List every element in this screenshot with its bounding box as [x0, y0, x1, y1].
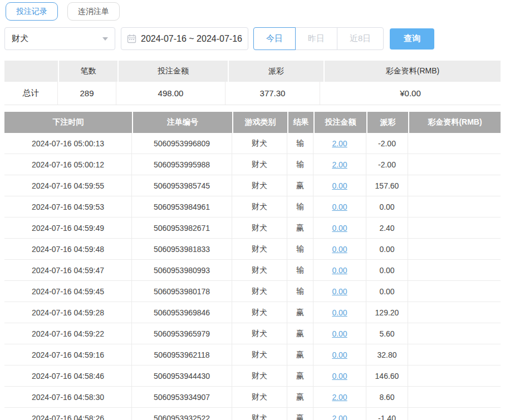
bet-amount-link[interactable]: 0.00	[332, 224, 347, 233]
bonus-cell	[408, 260, 501, 280]
bet-amount-cell: 0.00	[313, 260, 366, 280]
bonus-cell	[408, 323, 501, 344]
bet-amount-link[interactable]: 0.00	[332, 245, 347, 254]
order-number-cell: 5060953962118	[132, 344, 232, 365]
table-row: 2024-07-16 04:59:53 5060953984961 财犬 输 0…	[4, 196, 501, 218]
bet-amount-cell: 0.00	[313, 344, 366, 365]
yesterday-button-label: 昨日	[308, 33, 325, 43]
payout-cell: 146.60	[366, 365, 408, 386]
header-result: 结果	[288, 112, 313, 133]
table-row: 2024-07-16 04:58:30 5060953934907 财犬 赢 2…	[4, 387, 501, 408]
order-number-cell: 5060953969846	[132, 302, 232, 323]
last-8-days-button[interactable]: 近8日	[337, 27, 384, 50]
header-game-type: 游戏类别	[233, 112, 287, 133]
payout-cell: 8.60	[366, 387, 408, 407]
summary-header-count: 笔数	[59, 61, 117, 82]
payout-cell: 0.00	[366, 260, 408, 280]
bet-amount-link[interactable]: 2.00	[332, 414, 347, 420]
bet-amount-link[interactable]: 2.00	[332, 160, 347, 169]
order-number-cell: 5060953934907	[132, 387, 232, 407]
order-number-cell: 5060953932522	[132, 408, 232, 420]
result-cell: 赢	[287, 323, 313, 344]
table-row: 2024-07-16 05:00:13 5060953996809 财犬 输 2…	[4, 133, 501, 154]
bet-time-cell: 2024-07-16 04:59:28	[4, 302, 132, 323]
bonus-cell	[408, 239, 501, 259]
bet-amount-link[interactable]: 0.00	[332, 372, 347, 381]
header-bet-amount: 投注金额	[315, 112, 366, 133]
summary-total-label: 总计	[4, 82, 58, 105]
order-number-cell: 5060953965979	[132, 323, 232, 344]
bet-amount-link[interactable]: 0.00	[332, 287, 347, 296]
bet-records-table: 下注时间 注单编号 游戏类别 结果 投注金额 派彩 彩金资料(RMB) 2024…	[4, 112, 501, 420]
result-cell: 输	[287, 154, 313, 175]
payout-cell: 0.00	[366, 239, 408, 259]
bet-time-cell: 2024-07-16 04:59:22	[4, 323, 132, 344]
bet-amount-link[interactable]: 0.00	[332, 266, 347, 275]
bet-time-cell: 2024-07-16 05:00:13	[4, 133, 132, 154]
summary-total-bonus: ¥0.00	[320, 82, 501, 105]
order-number-cell: 5060953981833	[132, 239, 232, 259]
bet-amount-link[interactable]: 0.00	[332, 350, 347, 359]
summary-table: 笔数 投注金额 派彩 彩金资料(RMB) 总计 289 498.00 377.3…	[4, 61, 501, 105]
bonus-cell	[408, 133, 501, 154]
bet-amount-link[interactable]: 0.00	[332, 329, 347, 338]
game-type-cell: 财犬	[232, 365, 287, 386]
header-bet-time: 下注时间	[4, 112, 132, 133]
summary-total-row: 总计 289 498.00 377.30 ¥0.00	[4, 82, 501, 105]
game-type-cell: 财犬	[232, 344, 287, 365]
bonus-cell	[408, 365, 501, 386]
game-type-cell: 财犬	[232, 260, 287, 280]
bet-amount-link[interactable]: 0.00	[332, 308, 347, 317]
game-select[interactable]: 财犬	[4, 27, 115, 50]
result-cell: 赢	[287, 365, 313, 386]
yesterday-button[interactable]: 昨日	[295, 27, 337, 50]
bet-time-cell: 2024-07-16 04:59:53	[4, 196, 132, 217]
order-number-cell: 5060953944430	[132, 365, 232, 386]
bet-time-cell: 2024-07-16 04:59:45	[4, 281, 132, 302]
result-cell: 输	[287, 281, 313, 302]
bet-amount-link[interactable]: 2.00	[332, 139, 347, 148]
table-row: 2024-07-16 04:59:45 5060953980178 财犬 输 0…	[4, 281, 501, 302]
summary-header-row: 笔数 投注金额 派彩 彩金资料(RMB)	[4, 61, 501, 82]
bet-amount-cell: 0.00	[313, 196, 366, 217]
summary-header-bet-amount: 投注金额	[119, 61, 228, 82]
query-button[interactable]: 查询	[390, 28, 434, 50]
bet-amount-link[interactable]: 0.00	[332, 202, 347, 211]
payout-cell: 157.60	[366, 175, 408, 196]
bet-amount-link[interactable]: 2.00	[332, 393, 347, 402]
payout-cell: 0.00	[366, 196, 408, 217]
bonus-cell	[408, 196, 501, 217]
date-range-input[interactable]: 2024-07-16 ~ 2024-07-16	[121, 27, 248, 50]
bet-time-cell: 2024-07-16 05:00:12	[4, 154, 132, 175]
bet-amount-cell: 2.00	[313, 154, 366, 175]
header-order-number: 注单编号	[133, 112, 232, 133]
table-row: 2024-07-16 04:58:46 5060953944430 财犬 赢 0…	[4, 365, 501, 387]
game-type-cell: 财犬	[232, 302, 287, 323]
bet-time-cell: 2024-07-16 04:59:55	[4, 175, 132, 196]
today-button-label: 今日	[266, 33, 283, 43]
bet-time-cell: 2024-07-16 04:59:49	[4, 218, 132, 238]
bonus-cell	[408, 408, 501, 420]
bet-time-cell: 2024-07-16 04:58:46	[4, 365, 132, 386]
table-row: 2024-07-16 04:59:16 5060953962118 财犬 赢 0…	[4, 344, 501, 365]
bet-time-cell: 2024-07-16 04:59:16	[4, 344, 132, 365]
bonus-cell	[408, 175, 501, 196]
game-type-cell: 财犬	[232, 239, 287, 259]
table-row: 2024-07-16 04:59:48 5060953981833 财犬 输 0…	[4, 239, 501, 260]
header-payout: 派彩	[367, 112, 408, 133]
result-cell: 输	[287, 260, 313, 280]
bet-amount-cell: 2.00	[313, 408, 366, 420]
tab-bet-records[interactable]: 投注记录	[6, 2, 58, 21]
order-number-cell: 5060953995988	[132, 154, 232, 175]
order-number-cell: 5060953985745	[132, 175, 232, 196]
bet-amount-cell: 2.00	[313, 133, 366, 154]
today-button[interactable]: 今日	[253, 27, 296, 50]
bet-table-body: 2024-07-16 05:00:13 5060953996809 财犬 输 2…	[4, 133, 501, 420]
game-type-cell: 财犬	[232, 408, 287, 420]
payout-cell: 32.80	[366, 344, 408, 365]
summary-header-payout: 派彩	[229, 61, 323, 82]
tab-cancelled-orders-label: 连消注单	[78, 7, 109, 17]
bet-amount-link[interactable]: 0.00	[332, 181, 347, 190]
order-number-cell: 5060953984961	[132, 196, 232, 217]
tab-cancelled-orders[interactable]: 连消注单	[67, 2, 120, 21]
